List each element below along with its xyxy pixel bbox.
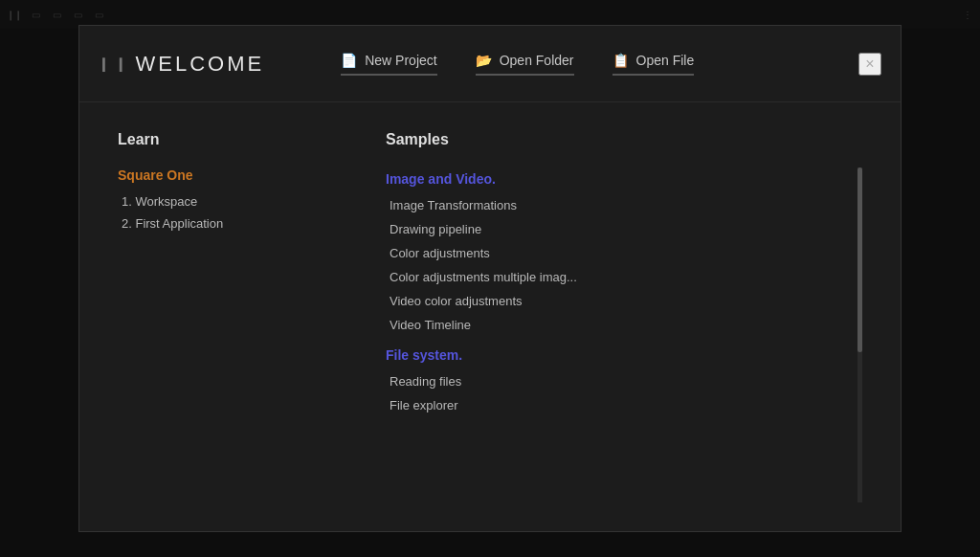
new-project-label: New Project: [365, 53, 436, 68]
samples-section: Samples Image and Video. Image Transform…: [386, 131, 862, 502]
sample-item-video-color-adjustments[interactable]: Video color adjustments: [386, 294, 855, 308]
modal-overlay: ❙ ❙ WELCOME 📄 New Project 📂 Open Folder: [0, 0, 980, 557]
open-folder-label: Open Folder: [500, 53, 574, 68]
welcome-title: WELCOME: [136, 52, 265, 77]
sample-item-color-adjustments-multiple[interactable]: Color adjustments multiple imag...: [386, 270, 855, 284]
modal-body: Learn Square One 1. Workspace 2. First A…: [79, 102, 901, 531]
logo-icon: ❙ ❙: [99, 54, 124, 74]
tab-underline-2: [476, 74, 574, 76]
sample-item-drawing-pipeline[interactable]: Drawing pipeline: [386, 222, 855, 236]
tab-new-project[interactable]: 📄 New Project: [322, 53, 456, 76]
new-project-icon: 📄: [341, 53, 357, 68]
modal-header: ❙ ❙ WELCOME 📄 New Project 📂 Open Folder: [79, 26, 901, 102]
welcome-modal: ❙ ❙ WELCOME 📄 New Project 📂 Open Folder: [78, 25, 902, 532]
nav-tabs: 📄 New Project 📂 Open Folder 📋 Open: [322, 53, 858, 76]
open-file-icon: 📋: [612, 53, 629, 68]
samples-category-image-video[interactable]: Image and Video.: [386, 171, 855, 187]
samples-scrollable[interactable]: Image and Video. Image Transformations D…: [386, 167, 862, 428]
tab-underline-3: [612, 74, 695, 76]
learn-item-workspace[interactable]: 1. Workspace: [118, 194, 328, 209]
learn-category-square-one[interactable]: Square One: [118, 167, 328, 183]
learn-section-title: Learn: [118, 131, 328, 148]
samples-category-file-system[interactable]: File system.: [386, 347, 855, 363]
samples-group-image-video: Image and Video. Image Transformations D…: [386, 171, 855, 332]
sample-item-reading-files[interactable]: Reading files: [386, 374, 855, 389]
learn-section: Learn Square One 1. Workspace 2. First A…: [118, 131, 328, 502]
close-button[interactable]: ×: [858, 53, 881, 76]
tab-underline: [341, 74, 436, 76]
sample-item-image-transformations[interactable]: Image Transformations: [386, 198, 855, 212]
learn-item-first-application[interactable]: 2. First Application: [118, 216, 328, 231]
samples-group-file-system: File system. Reading files File explorer: [386, 347, 855, 412]
samples-section-title: Samples: [386, 131, 862, 148]
scrollbar-track: [858, 167, 862, 502]
tab-open-folder[interactable]: 📂 Open Folder: [457, 53, 593, 76]
open-folder-icon: 📂: [476, 53, 492, 68]
sample-item-video-timeline[interactable]: Video Timeline: [386, 318, 855, 332]
logo-area: ❙ ❙ WELCOME: [99, 52, 264, 77]
open-file-label: Open File: [636, 53, 695, 68]
sample-item-color-adjustments[interactable]: Color adjustments: [386, 246, 855, 260]
sample-item-file-explorer[interactable]: File explorer: [386, 398, 855, 412]
tab-open-file[interactable]: 📋 Open File: [593, 53, 714, 76]
samples-scroll-container: Image and Video. Image Transformations D…: [386, 167, 862, 502]
scrollbar-thumb[interactable]: [858, 167, 862, 352]
